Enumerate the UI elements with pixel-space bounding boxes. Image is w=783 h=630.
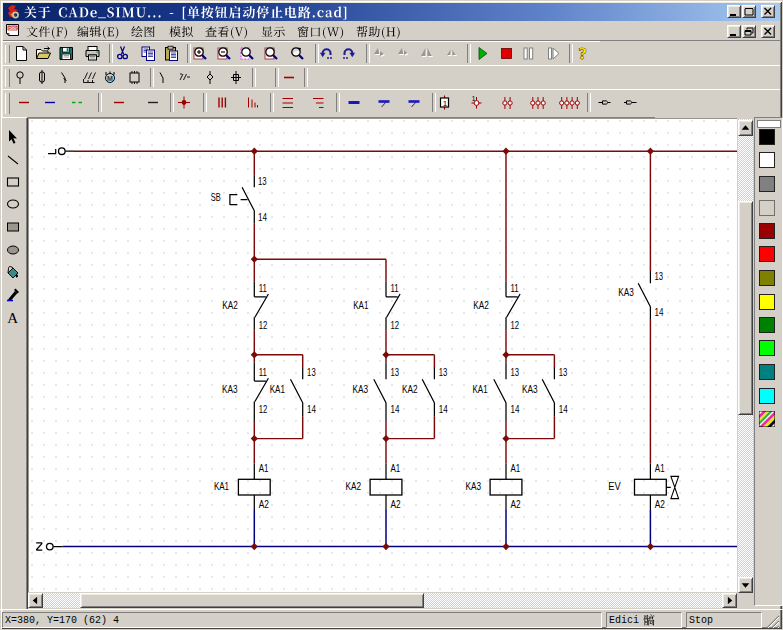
svg-text:A1: A1 <box>510 463 520 474</box>
svg-text:13: 13 <box>559 367 568 378</box>
svg-text:12: 12 <box>259 320 268 331</box>
svg-text:KA1: KA1 <box>353 300 368 311</box>
svg-text:14: 14 <box>390 404 399 415</box>
svg-text:13: 13 <box>307 367 316 378</box>
svg-text:KA3: KA3 <box>618 287 634 298</box>
svg-text:11: 11 <box>259 283 267 294</box>
svg-text:A1: A1 <box>390 463 400 474</box>
svg-text:1: 1 <box>472 95 476 102</box>
svg-text:A2: A2 <box>510 499 520 510</box>
svg-text:M: M <box>107 75 113 82</box>
svg-text:14: 14 <box>654 307 663 318</box>
svg-text:13: 13 <box>390 367 399 378</box>
svg-text:A1: A1 <box>259 463 269 474</box>
svg-text:12: 12 <box>510 320 519 331</box>
svg-text:A2: A2 <box>390 499 400 510</box>
svg-text:KA3: KA3 <box>522 384 538 395</box>
svg-text:11: 11 <box>510 283 518 294</box>
svg-text:13: 13 <box>258 176 267 187</box>
svg-text:A1: A1 <box>655 463 665 474</box>
svg-text:1: 1 <box>443 99 448 108</box>
svg-text:13: 13 <box>654 271 663 282</box>
svg-text:11: 11 <box>259 367 267 378</box>
svg-text:14: 14 <box>307 404 316 415</box>
svg-text:12: 12 <box>259 404 268 415</box>
svg-text:11: 11 <box>390 283 398 294</box>
svg-text:12: 12 <box>390 320 399 331</box>
svg-text:14: 14 <box>258 212 267 223</box>
svg-text:13: 13 <box>439 367 448 378</box>
svg-text:14: 14 <box>559 404 568 415</box>
svg-text:KA2: KA2 <box>346 481 362 492</box>
svg-text:14: 14 <box>510 404 519 415</box>
svg-text:KA2: KA2 <box>222 300 238 311</box>
svg-text:A2: A2 <box>655 499 665 510</box>
svg-text:A2: A2 <box>259 499 269 510</box>
svg-text:14: 14 <box>439 404 448 415</box>
svg-text:DOC: DOC <box>8 25 19 30</box>
svg-text:KA1: KA1 <box>270 384 285 395</box>
svg-text:A: A <box>7 310 18 325</box>
svg-text:KA3: KA3 <box>222 384 238 395</box>
svg-text:KA2: KA2 <box>473 300 489 311</box>
svg-text:EV: EV <box>608 481 621 492</box>
svg-text:KA2: KA2 <box>402 384 418 395</box>
svg-text:13: 13 <box>510 367 519 378</box>
svg-text:KA1: KA1 <box>214 481 229 492</box>
svg-text:?: ? <box>578 45 586 62</box>
svg-text:KA1: KA1 <box>473 384 488 395</box>
svg-text:SB: SB <box>211 192 221 203</box>
svg-text:KA3: KA3 <box>353 384 369 395</box>
svg-text:KA3: KA3 <box>466 481 482 492</box>
